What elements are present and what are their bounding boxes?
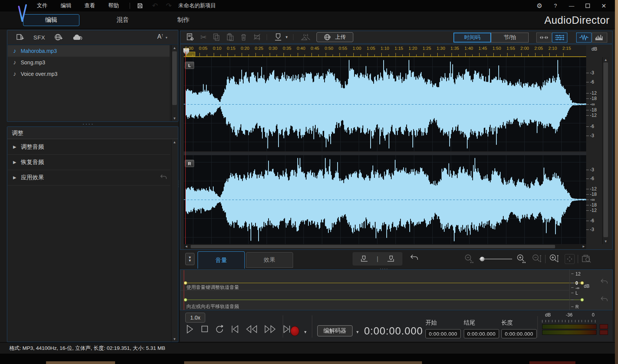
fit-to-window-icon[interactable] (565, 254, 575, 264)
header-row: 编辑 混音 制作 AudioDirector (0, 11, 615, 29)
meter-min: -36 (566, 312, 572, 318)
help-button[interactable]: ? (549, 1, 562, 10)
go-to-start-button[interactable] (230, 324, 240, 334)
timeline-ruler[interactable]: 0:000:050:100:150:200:250:300:350:400:45… (184, 45, 586, 57)
download-from-web-icon[interactable] (54, 33, 64, 42)
paste-icon[interactable] (226, 33, 234, 41)
zoom-to-selection-icon[interactable] (581, 254, 593, 264)
stretch-tool-toggle[interactable] (536, 33, 552, 43)
reset-volume-icon[interactable] (600, 278, 608, 285)
zoom-in-horizontal-icon[interactable] (516, 254, 527, 264)
length-value[interactable]: 0:00:00.000 (501, 329, 537, 338)
length-label: 长度 (501, 319, 537, 326)
db-tick-label: -6 (590, 124, 594, 129)
zoom-slider[interactable] (479, 259, 512, 259)
db-tick-label: -12 (590, 208, 597, 213)
copy-icon[interactable] (212, 33, 221, 41)
maximize-button[interactable] (581, 1, 594, 10)
zoom-out-horizontal-icon[interactable] (464, 254, 475, 264)
db-tick-label: -12 (590, 90, 597, 96)
pan-rubber-band[interactable] (185, 300, 582, 300)
file-item-voice-over-mp3[interactable]: ♪Voice over.mp3 (8, 68, 170, 80)
start-value[interactable]: 0:00:00.000 (425, 329, 461, 338)
zoom-slider-knob[interactable] (480, 257, 485, 261)
delete-icon[interactable] (240, 33, 247, 41)
menu-file[interactable]: 文件 (33, 0, 51, 11)
clip-properties-icon[interactable] (186, 33, 195, 42)
record-button[interactable] (290, 326, 299, 336)
undo-edit-icon[interactable] (409, 254, 419, 261)
collapse-panel-button[interactable]: ▼▼ (185, 253, 194, 265)
expand-arrow-icon: ▶ (13, 144, 16, 149)
redo-icon[interactable]: ↷ (165, 2, 173, 10)
waveform-vertical-scrollbar[interactable]: ▲▼ (602, 57, 609, 244)
menu-help[interactable]: 帮助 (104, 0, 123, 11)
tab-effects[interactable]: 效果 (246, 252, 293, 268)
library-scrollbar[interactable]: ▲▼ (171, 45, 178, 121)
tab-mix[interactable]: 混音 (101, 14, 145, 26)
ruler-label: 0:55 (339, 46, 347, 51)
save-icon[interactable] (137, 3, 145, 9)
mark-in-icon[interactable] (359, 254, 369, 264)
waveform-right-channel[interactable] (184, 155, 586, 244)
volume-handle-right[interactable] (580, 281, 584, 285)
undo-icon[interactable]: ↶ (151, 2, 159, 10)
mark-out-icon[interactable] (386, 254, 396, 264)
reset-effects-icon[interactable] (160, 174, 167, 180)
pan-handle-right[interactable] (580, 298, 584, 302)
reset-pan-icon[interactable] (600, 296, 608, 303)
cut-icon[interactable]: ✂ (200, 33, 207, 42)
adjust-scrollbar[interactable]: ▲▼ (171, 139, 178, 342)
playback-speed-button[interactable]: 1.0x (185, 313, 205, 323)
adjust-item-2[interactable]: ▶应用效果 (8, 170, 170, 185)
toolbar-separator (267, 34, 267, 40)
close-button[interactable]: ✕ (597, 1, 610, 10)
play-button[interactable] (185, 324, 194, 334)
ruler-label: 1:50 (493, 46, 501, 51)
timecode-toggle[interactable]: 时间码 (453, 33, 491, 43)
ruler-label: 1:00 (353, 46, 361, 51)
ambience-match-icon[interactable] (300, 33, 311, 41)
project-title: 未命名的新项目 (178, 2, 216, 9)
tab-edit[interactable]: 编辑 (23, 14, 79, 26)
spectrum-view-toggle[interactable] (592, 33, 607, 43)
menu-edit[interactable]: 编辑 (57, 0, 75, 11)
adjust-item-1[interactable]: ▶恢复音频 (8, 155, 170, 170)
zoom-out-vertical-icon[interactable] (531, 254, 542, 264)
settings-gear-icon[interactable]: ⚙ (533, 1, 546, 10)
zoom-in-vertical-icon[interactable] (549, 254, 559, 264)
rewind-button[interactable] (245, 324, 258, 334)
volume-rubber-band[interactable] (185, 283, 582, 283)
vertical-splitter-handle[interactable]: ∙∙∙∙ (178, 180, 179, 188)
minimize-button[interactable]: — (565, 1, 578, 10)
end-value[interactable]: 0:00:00.000 (464, 329, 499, 338)
globe-upload-icon (324, 33, 331, 41)
adjust-item-0[interactable]: ▶调整音频 (8, 139, 170, 155)
add-marker-icon[interactable]: ▼ (274, 33, 288, 42)
upload-button[interactable]: 上传 (316, 32, 353, 42)
file-item-mahoroba-mp3[interactable]: ♪Mahoroba.mp3 (8, 45, 170, 57)
waveform-view-toggle[interactable] (576, 33, 592, 43)
codec-dropdown-icon[interactable]: ▼ (356, 330, 359, 334)
sfx-library-button[interactable]: SFX (33, 34, 45, 41)
beat-toggle[interactable]: 节/拍 (491, 33, 529, 43)
codec-button[interactable]: 编解码器 (317, 325, 353, 336)
ruler-label: 2:00 (521, 46, 529, 51)
menu-view[interactable]: 查看 (81, 0, 99, 11)
trim-icon[interactable] (253, 33, 261, 41)
import-media-icon[interactable] (16, 33, 25, 42)
pan-handle-left[interactable] (184, 298, 187, 302)
keyframe-tool-toggle[interactable] (552, 33, 567, 43)
cloud-icon[interactable] (72, 34, 83, 41)
record-dropdown-icon[interactable]: ▼ (303, 330, 307, 334)
stop-button[interactable] (200, 324, 209, 334)
panel-splitter-handle[interactable]: ···· (82, 121, 94, 127)
horizontal-scrollbar[interactable]: ◄ ► (184, 244, 586, 249)
tab-volume[interactable]: 音量 (198, 251, 245, 269)
file-item-song-mp3[interactable]: ♪Song.mp3 (8, 57, 170, 68)
waveform-left-channel[interactable] (184, 57, 586, 151)
tab-produce[interactable]: 制作 (161, 14, 206, 26)
fast-forward-button[interactable] (264, 324, 277, 334)
loop-button[interactable] (214, 324, 224, 334)
text-size-button[interactable]: A↑▼ (157, 33, 168, 40)
